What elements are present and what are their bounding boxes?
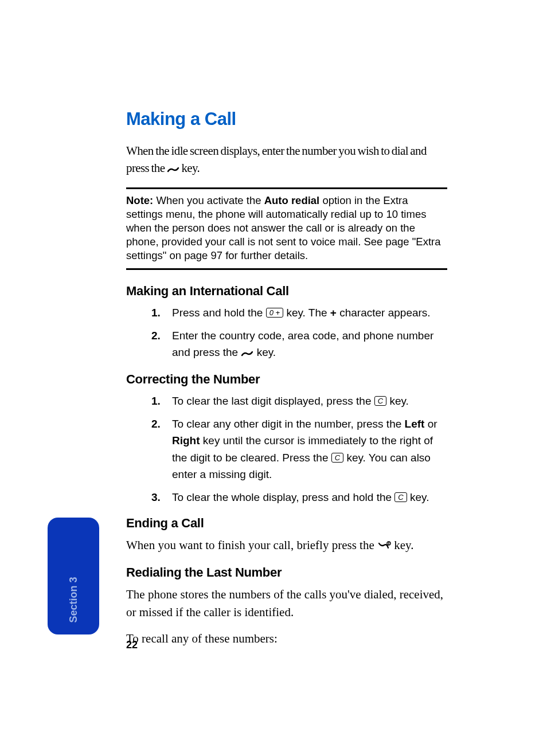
step-bold: Left [405, 418, 425, 430]
page-title: Making a Call [126, 109, 447, 130]
key-0plus-icon: 0 + [266, 308, 283, 318]
step-item: 2. To clear any other digit in the numbe… [126, 416, 447, 483]
step-text: character appears. [339, 307, 430, 319]
heading-international: Making an International Call [126, 284, 447, 299]
step-text: key. [410, 491, 429, 503]
section-tab-label: Section 3 [68, 577, 80, 622]
step-number: 2. [151, 416, 161, 432]
step-text: key. [389, 395, 408, 407]
heading-ending: Ending a Call [126, 516, 447, 531]
step-bold: Right [172, 434, 200, 446]
note-text-a: When you activate the [153, 194, 264, 206]
step-number: 3. [151, 489, 161, 506]
send-key-icon [167, 160, 179, 178]
step-text: Press and hold the [172, 307, 266, 319]
heading-correcting: Correcting the Number [126, 372, 447, 387]
step-item: 3. To clear the whole display, press and… [126, 489, 447, 506]
step-text: key. The [286, 307, 330, 319]
page-number: 22 [126, 639, 138, 651]
ending-text-b: key. [394, 538, 413, 552]
step-text: key. [257, 346, 276, 358]
step-item: 1. Press and hold the 0 + key. The + cha… [126, 304, 447, 321]
step-item: 2. Enter the country code, area code, an… [126, 327, 447, 362]
ending-paragraph: When you want to finish your call, brief… [126, 536, 447, 555]
note-block: Note: When you activate the Auto redial … [126, 187, 447, 270]
note-bold-option: Auto redial [264, 194, 320, 206]
intro-text-b: key. [181, 161, 200, 175]
key-c-icon: C [374, 396, 386, 406]
ending-text-a: When you want to finish your call, brief… [126, 538, 377, 552]
step-text: or [428, 418, 437, 430]
redial-p2: To recall any of these numbers: [126, 630, 447, 647]
step-item: 1. To clear the last digit displayed, pr… [126, 393, 447, 409]
step-number: 1. [151, 393, 161, 409]
section-tab: Section 3 [48, 518, 99, 634]
step-text: To clear the whole display, press and ho… [172, 491, 394, 503]
steps-correcting: 1. To clear the last digit displayed, pr… [126, 393, 447, 506]
step-number: 2. [151, 327, 161, 344]
send-key-icon [241, 345, 253, 362]
end-key-icon [377, 538, 391, 555]
step-number: 1. [151, 304, 161, 321]
heading-redial: Redialing the Last Number [126, 565, 447, 580]
note-label: Note: [126, 194, 153, 206]
step-text: To clear the last digit displayed, press… [172, 395, 374, 407]
redial-p1: The phone stores the numbers of the call… [126, 586, 447, 621]
key-c-icon: C [331, 453, 343, 463]
intro-paragraph: When the idle screen displays, enter the… [126, 142, 447, 178]
key-c-icon: C [394, 492, 407, 502]
step-text: Enter the country code, area code, and p… [172, 330, 433, 358]
step-bold: + [330, 307, 337, 319]
steps-international: 1. Press and hold the 0 + key. The + cha… [126, 304, 447, 362]
step-text: To clear any other digit in the number, … [172, 418, 405, 430]
page-content: Making a Call When the idle screen displ… [126, 109, 447, 657]
